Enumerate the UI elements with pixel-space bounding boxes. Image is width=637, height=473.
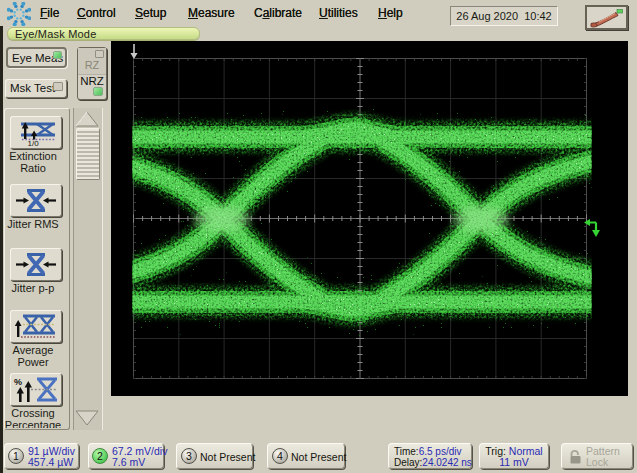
svg-text:%: %	[14, 377, 22, 387]
svg-text:1/0: 1/0	[28, 139, 40, 146]
